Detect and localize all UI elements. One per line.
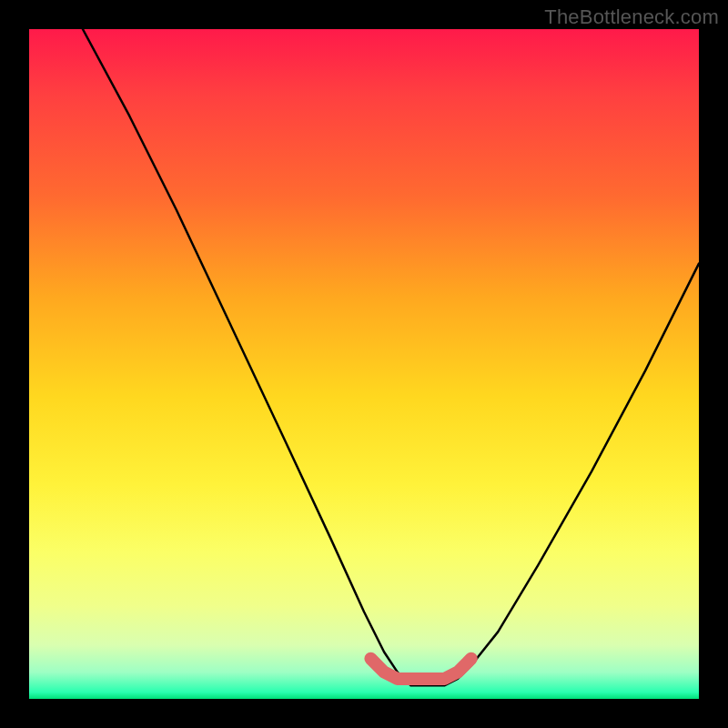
series-curve: [83, 29, 699, 685]
watermark-text: TheBottleneck.com: [544, 5, 719, 29]
series-trough: [370, 659, 470, 679]
plot-area: [29, 29, 699, 699]
chart-svg: [29, 29, 699, 699]
chart-frame: TheBottleneck.com: [0, 0, 728, 728]
